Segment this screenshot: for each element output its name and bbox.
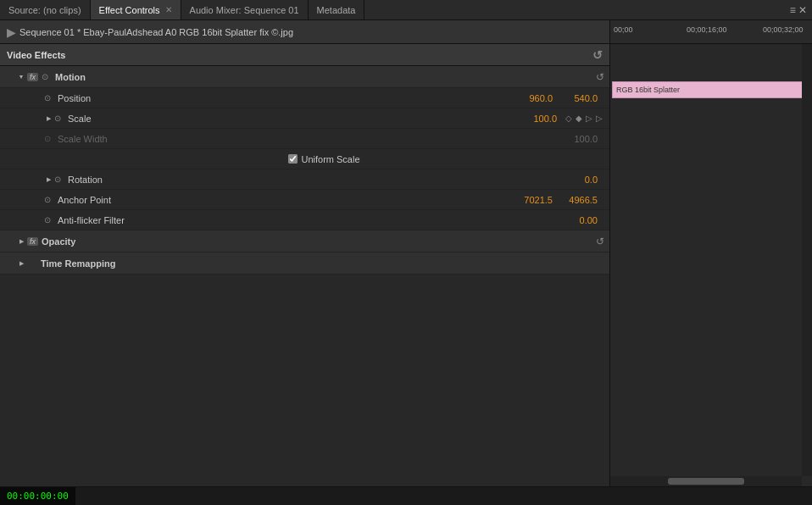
scale-expand-icon[interactable]	[44, 114, 53, 123]
rotation-label: Rotation	[68, 175, 314, 185]
right-panel: 00;00 00;00;16;00 00;00;32;00 RGB 16bit …	[610, 20, 812, 505]
tab-effect-controls[interactable]: Effect Controls ✕	[91, 0, 181, 19]
rotation-row[interactable]: ⊙ Rotation 0.0	[0, 169, 609, 190]
anchor-y-value[interactable]: 4966.5	[559, 195, 598, 205]
motion-group-header[interactable]: fx ⊙ Motion ↺	[0, 66, 609, 88]
position-label: Position	[58, 93, 286, 103]
anchor-point-stopwatch-icon[interactable]: ⊙	[44, 195, 54, 204]
video-effects-reset-icon[interactable]: ↺	[592, 48, 603, 62]
anti-flicker-row[interactable]: ⊙ Anti-flicker Filter 0.00	[0, 210, 609, 230]
scale-add-keyframe-icon[interactable]: ◆	[576, 114, 582, 123]
scale-nav-right-icon[interactable]: ▷	[596, 114, 603, 123]
scale-width-row[interactable]: ⊙ Scale Width 100.0	[0, 129, 609, 149]
motion-label: Motion	[55, 72, 324, 82]
anchor-x-value[interactable]: 7021.5	[514, 195, 553, 205]
scale-prev-keyframe-icon[interactable]: ◇	[565, 114, 572, 123]
bottom-bar: 00:00:00:00	[0, 486, 812, 505]
opacity-expand-icon	[17, 237, 25, 246]
sequence-header: ▶ Sequence 01 * Ebay-PaulAdshead A0 RGB …	[0, 20, 609, 44]
anchor-point-row[interactable]: ⊙ Anchor Point 7021.5 4966.5	[0, 190, 609, 210]
motion-stopwatch-icon[interactable]: ⊙	[42, 72, 52, 81]
scale-stopwatch-icon[interactable]: ⊙	[54, 114, 64, 123]
time-remapping-label: Time Remapping	[41, 258, 604, 269]
position-stopwatch-icon[interactable]: ⊙	[44, 93, 54, 103]
scale-value[interactable]: 100.0	[519, 114, 557, 124]
vertical-scrollbar[interactable]	[802, 44, 812, 476]
effects-container: fx ⊙ Motion ↺ ⊙ Position 960.0 540.0	[0, 66, 609, 505]
opacity-label: Opacity	[42, 236, 317, 247]
close-effect-controls-icon[interactable]: ✕	[165, 5, 172, 14]
video-effects-label: Video Effects	[7, 50, 66, 60]
opacity-reset-icon[interactable]: ↺	[596, 236, 604, 247]
position-x-value[interactable]: 960.0	[514, 93, 553, 103]
anchor-point-label: Anchor Point	[58, 195, 286, 205]
timeline-ruler: 00;00 00;00;16;00 00;00;32;00	[610, 20, 812, 44]
app-container: Source: (no clips) Effect Controls ✕ Aud…	[0, 0, 812, 505]
rotation-value[interactable]: 0.0	[559, 175, 598, 185]
motion-expand-icon	[17, 73, 25, 81]
anti-flicker-label: Anti-flicker Filter	[58, 215, 309, 225]
position-row[interactable]: ⊙ Position 960.0 540.0	[0, 88, 609, 108]
ruler-mark-0: 00;00	[614, 25, 633, 34]
motion-fx-badge: fx	[27, 73, 38, 81]
scale-row[interactable]: ⊙ Scale 100.0 ◇ ◆ ▷ ▷	[0, 108, 609, 129]
timecode-display: 00:00:00:00	[0, 487, 75, 505]
uniform-scale-checkbox-area: Uniform Scale	[288, 154, 359, 164]
position-y-value[interactable]: 540.0	[559, 93, 598, 103]
sequence-nav-icon[interactable]: ▶	[7, 25, 16, 39]
rotation-expand-icon[interactable]	[44, 175, 53, 184]
scale-width-label: Scale Width	[58, 134, 316, 144]
rotation-stopwatch-icon[interactable]: ⊙	[54, 175, 64, 184]
panel-menu-button[interactable]: ≡ ✕	[785, 0, 812, 19]
scrollbar-thumb-h[interactable]	[668, 478, 744, 485]
sequence-title: Sequence 01 * Ebay-PaulAdshead A0 RGB 16…	[19, 27, 293, 37]
timeline-clip[interactable]: RGB 16bit Splatter	[612, 81, 812, 98]
uniform-scale-label: Uniform Scale	[301, 154, 359, 164]
opacity-group-header[interactable]: fx Opacity ↺	[0, 230, 609, 252]
tab-bar: Source: (no clips) Effect Controls ✕ Aud…	[0, 0, 812, 20]
scale-width-stopwatch-icon: ⊙	[44, 134, 54, 143]
ruler-mark-1: 00;00;16;00	[687, 25, 727, 34]
timeline-body: RGB 16bit Splatter	[610, 44, 812, 505]
uniform-scale-row[interactable]: Uniform Scale	[0, 149, 609, 169]
opacity-fx-badge: fx	[27, 237, 38, 246]
scale-label: Scale	[68, 114, 293, 124]
time-remapping-group-header[interactable]: Time Remapping	[0, 252, 609, 275]
horizontal-scrollbar[interactable]	[610, 476, 802, 486]
video-effects-header: Video Effects ↺	[0, 44, 609, 66]
scale-next-keyframe-icon[interactable]: ▷	[586, 114, 592, 123]
left-panel: ▶ Sequence 01 * Ebay-PaulAdshead A0 RGB …	[0, 20, 610, 505]
clip-label: RGB 16bit Splatter	[616, 86, 680, 94]
time-remapping-expand-icon	[17, 259, 25, 268]
uniform-scale-checkbox[interactable]	[288, 154, 298, 164]
anti-flicker-value[interactable]: 0.00	[559, 215, 598, 225]
tab-audio-mixer[interactable]: Audio Mixer: Sequence 01	[181, 0, 309, 19]
main-layout: ▶ Sequence 01 * Ebay-PaulAdshead A0 RGB …	[0, 20, 812, 505]
anti-flicker-stopwatch-icon[interactable]: ⊙	[44, 215, 54, 225]
scale-width-value: 100.0	[574, 134, 598, 144]
ruler-mark-2: 00;00;32;00	[763, 25, 804, 34]
motion-reset-icon[interactable]: ↺	[596, 71, 604, 83]
tab-source[interactable]: Source: (no clips)	[0, 0, 91, 19]
tab-metadata[interactable]: Metadata	[309, 0, 365, 19]
